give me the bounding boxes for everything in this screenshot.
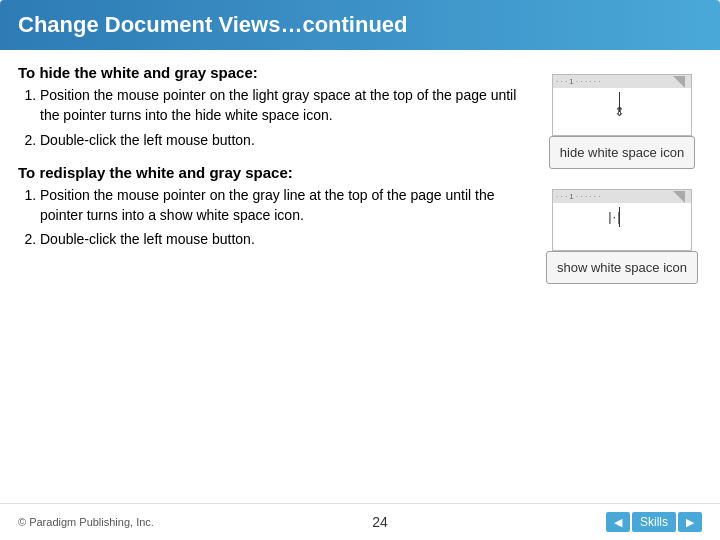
show-ruler-mark1: · · · 1 · · · · · ·: [556, 192, 600, 201]
section2-list: Position the mouse pointer on the gray l…: [18, 185, 530, 254]
show-cursor-line: [619, 207, 620, 227]
show-page-corner-icon: [673, 191, 685, 203]
slide-footer: © Paradigm Publishing, Inc. 24 ◀ Skills …: [0, 503, 720, 540]
section1-list: Position the mouse pointer on the light …: [18, 85, 530, 154]
page-number: 24: [372, 514, 388, 530]
next-button[interactable]: ▶: [678, 512, 702, 532]
hide-ruler-area: · · · 1 · · · · · · ⇕: [552, 74, 692, 136]
show-whitespace-region: · · · 1 · · · · · · |·| show white space…: [546, 189, 698, 284]
section1-heading: To hide the white and gray space:: [18, 64, 530, 81]
slide-title: Change Document Views…continued: [18, 12, 408, 37]
svg-marker-0: [673, 76, 685, 88]
show-ruler-area: · · · 1 · · · · · · |·|: [552, 189, 692, 251]
show-whitespace-label-box: show white space icon: [546, 251, 698, 284]
prev-button[interactable]: ◀: [606, 512, 630, 532]
hide-whitespace-label: hide white space icon: [560, 145, 684, 160]
hide-cursor-line: [619, 92, 620, 112]
hide-whitespace-label-box: hide white space icon: [549, 136, 695, 169]
page-corner-icon: [673, 76, 685, 88]
hide-ruler-row: · · · 1 · · · · · ·: [552, 74, 692, 88]
section1-step2: Double-click the left mouse button.: [40, 130, 530, 150]
hide-page-body: ⇕: [552, 88, 692, 136]
left-column: To hide the white and gray space: Positi…: [18, 64, 530, 503]
slide: Change Document Views…continued To hide …: [0, 0, 720, 540]
slide-header: Change Document Views…continued: [0, 0, 720, 50]
show-ruler-row: · · · 1 · · · · · ·: [552, 189, 692, 203]
hide-ruler-mark1: · · · 1 · · · · · ·: [556, 77, 600, 86]
section2-heading: To redisplay the white and gray space:: [18, 164, 530, 181]
right-column: · · · 1 · · · · · · ⇕ hide white space i…: [542, 64, 702, 503]
hide-whitespace-region: · · · 1 · · · · · · ⇕ hide white space i…: [549, 74, 695, 169]
svg-marker-1: [673, 191, 685, 203]
section2-step1: Position the mouse pointer on the gray l…: [40, 185, 530, 226]
section1-step1: Position the mouse pointer on the light …: [40, 85, 530, 126]
show-page-body: |·|: [552, 203, 692, 251]
skills-button[interactable]: Skills: [632, 512, 676, 532]
section2-step2: Double-click the left mouse button.: [40, 229, 530, 249]
slide-content: To hide the white and gray space: Positi…: [0, 50, 720, 503]
nav-controls[interactable]: ◀ Skills ▶: [606, 512, 702, 532]
copyright-text: © Paradigm Publishing, Inc.: [18, 516, 154, 528]
show-whitespace-label: show white space icon: [557, 260, 687, 275]
